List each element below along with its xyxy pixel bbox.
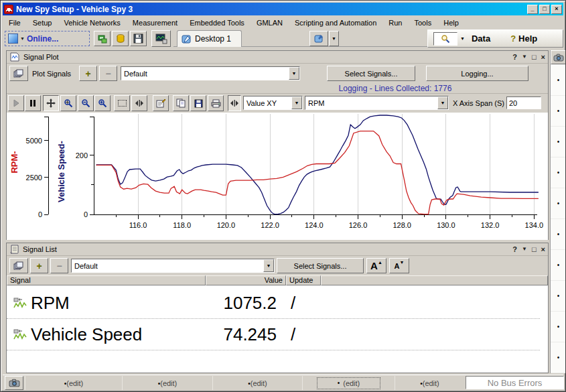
play-button[interactable]	[8, 95, 24, 111]
chevron-down-icon[interactable]: ▼	[460, 36, 465, 41]
column-header-signal[interactable]: Signal	[7, 275, 206, 285]
desktop-switch-dropdown[interactable]: ▼	[329, 31, 339, 46]
signal-plot-canvas[interactable]: 116.0118.0120.0122.0124.0126.0128.0130.0…	[7, 113, 548, 240]
logging-button[interactable]: Logging...	[426, 66, 528, 81]
panel-help-button[interactable]: ?	[512, 246, 517, 253]
panel-title: Signal List	[23, 245, 57, 253]
help-label[interactable]: Help	[518, 34, 537, 44]
chevron-down-icon[interactable]: ▼	[20, 36, 25, 41]
database-button[interactable]	[112, 31, 129, 46]
dock-slot[interactable]: •	[551, 65, 566, 96]
panel-dropdown-button[interactable]: ▼	[522, 247, 527, 252]
minimize-button[interactable]: _	[527, 5, 538, 14]
panel-dropdown-button[interactable]: ▼	[522, 54, 527, 60]
font-decrease-button[interactable]: A▼	[389, 258, 409, 273]
menu-item-scripting-and-automation[interactable]: Scripting and Automation	[289, 17, 382, 28]
pages-icon	[13, 69, 24, 78]
dock-slot[interactable]: •	[551, 219, 566, 250]
dock-slot[interactable]: •	[551, 127, 566, 157]
plot-preset-combobox[interactable]: Default ▼	[121, 66, 300, 80]
close-button[interactable]: ×	[551, 5, 562, 14]
chevron-down-icon[interactable]: ▼	[437, 96, 448, 109]
chevron-down-icon[interactable]: ▼	[289, 67, 299, 80]
menu-item-vehicle-networks[interactable]: Vehicle Networks	[58, 17, 126, 28]
plus-icon: +	[36, 261, 42, 271]
remove-plot-button[interactable]: −	[99, 66, 117, 81]
dock-slot[interactable]: •	[551, 281, 566, 312]
capture-button[interactable]	[551, 50, 566, 64]
panel-close-button[interactable]: ×	[541, 54, 545, 61]
list-preset-combobox[interactable]: Default ▼	[71, 259, 275, 273]
signal-list-titlebar[interactable]: Signal List ? ▼ □ ×	[7, 243, 548, 256]
panel-help-button[interactable]: ?	[512, 54, 517, 61]
font-increase-button[interactable]: A▲	[366, 258, 386, 273]
chevron-down-icon[interactable]: ▼	[291, 96, 302, 109]
signal-row-rpm[interactable]: RPM 1075.2 /	[7, 288, 540, 319]
dock-slot[interactable]: •	[551, 188, 566, 219]
zoom-in-button[interactable]	[94, 95, 111, 111]
dock-slot[interactable]: •	[551, 96, 566, 127]
dock-slot[interactable]: •	[551, 250, 566, 281]
menu-item-file[interactable]: File	[3, 17, 27, 28]
snap-extents-button[interactable]	[228, 95, 241, 111]
menu-item-measurement[interactable]: Measurement	[127, 17, 184, 28]
desktop-switch-button[interactable]	[309, 31, 328, 46]
edit-tab[interactable]: •(edit)	[302, 376, 395, 390]
pause-button[interactable]	[25, 95, 41, 111]
panel-maximize-button[interactable]: □	[532, 54, 537, 61]
online-button[interactable]: ▼ Online...	[5, 31, 90, 46]
marquee-select-button[interactable]	[114, 95, 130, 111]
remove-signal-view-button[interactable]: −	[50, 258, 68, 273]
docking-strip[interactable]: ••••••••••	[550, 50, 565, 373]
edit-tab[interactable]: •(edit)	[212, 376, 302, 390]
menu-item-setup[interactable]: Setup	[27, 17, 58, 28]
plot-mode-combobox[interactable]: Value XY ▼	[243, 96, 303, 110]
signal-value: 1075.2	[223, 293, 277, 314]
x-axis-span-input[interactable]	[506, 96, 541, 109]
save-plot-button[interactable]	[190, 95, 206, 111]
edit-tab[interactable]: •(edit)	[25, 376, 122, 390]
dock-slot[interactable]: •	[551, 312, 566, 342]
search-box[interactable]	[433, 32, 457, 46]
pages-button[interactable]	[9, 258, 28, 273]
chevron-down-icon[interactable]: ▼	[263, 259, 274, 272]
zoom-out-button[interactable]	[78, 95, 94, 111]
add-signal-view-button[interactable]: +	[30, 258, 48, 273]
title-bar[interactable]: New Spy Setup - Vehicle Spy 3 _ □ ×	[3, 3, 563, 15]
pan-button[interactable]	[43, 95, 59, 111]
menu-item-gmlan[interactable]: GMLAN	[251, 17, 289, 28]
column-header-value[interactable]: Value	[206, 275, 286, 285]
panel-close-button[interactable]: ×	[541, 246, 545, 253]
edit-tab[interactable]: •(edit)	[122, 376, 212, 390]
edit-tab[interactable]: •(edit)	[395, 376, 464, 390]
copy-button[interactable]	[173, 95, 189, 111]
print-button[interactable]	[208, 95, 224, 111]
signal-plot-titlebar[interactable]: Signal Plot ? ▼ □ ×	[7, 51, 548, 64]
capture-button[interactable]	[5, 376, 23, 390]
view-monitor-button[interactable]	[151, 30, 171, 47]
menu-item-help[interactable]: Help	[437, 17, 465, 28]
menu-item-tools[interactable]: Tools	[409, 17, 438, 28]
edit-tab-label: (edit)	[251, 379, 267, 387]
save-setup-button[interactable]	[130, 31, 147, 46]
pages-button[interactable]	[9, 66, 28, 81]
select-signals-button[interactable]: Select Signals...	[327, 66, 415, 81]
plot-signal-combobox[interactable]: RPM ▼	[305, 96, 449, 110]
panel-maximize-button[interactable]: □	[532, 246, 537, 253]
maximize-button[interactable]: □	[539, 5, 550, 14]
add-plot-button[interactable]: +	[79, 66, 97, 81]
column-header-update[interactable]: Update	[286, 275, 321, 285]
dock-slot[interactable]: •	[551, 342, 566, 373]
plot-area[interactable]: 116.0118.0120.0122.0124.0126.0128.0130.0…	[7, 113, 548, 240]
menu-item-run[interactable]: Run	[382, 17, 408, 28]
tab-desktop-1[interactable]: Desktop 1	[177, 30, 242, 47]
data-label[interactable]: Data	[472, 34, 490, 44]
select-signals-button[interactable]: Select Signals...	[277, 258, 364, 273]
zoom-select-button[interactable]	[60, 95, 76, 111]
vehicle-networks-button[interactable]	[94, 31, 111, 46]
signal-row-vehicle-speed[interactable]: Vehicle Speed 74.245 /	[7, 320, 540, 350]
dock-slot[interactable]: •	[551, 157, 566, 188]
menu-item-embedded-tools[interactable]: Embedded Tools	[184, 17, 251, 28]
fit-width-button[interactable]	[131, 95, 147, 111]
properties-button[interactable]	[153, 95, 169, 111]
